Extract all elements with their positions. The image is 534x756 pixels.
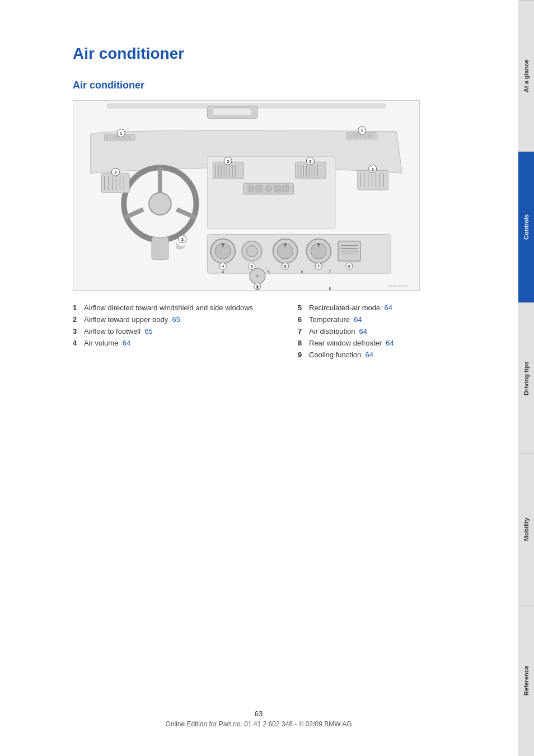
list-text: Airflow toward upper body 65 (84, 315, 180, 324)
list-link[interactable]: 64 (386, 339, 394, 347)
list-link[interactable]: 65 (172, 315, 180, 324)
svg-text:3: 3 (181, 237, 184, 242)
list-text: Airflow directed toward windshield and s… (84, 304, 253, 312)
list-text: Air volume 64 (84, 339, 130, 347)
tab-reference[interactable]: Reference (518, 605, 534, 756)
footer-text: Online Edition for Part no. 01 41 2 602 … (0, 720, 517, 728)
tab-at-a-glance[interactable]: At a glance (518, 0, 534, 151)
svg-text:❄: ❄ (255, 273, 260, 279)
svg-text:2: 2 (309, 159, 312, 164)
dashboard-diagram: 1 1 (73, 100, 420, 291)
list-item: 9 Cooling function 64 (298, 349, 500, 361)
svg-text:9: 9 (256, 286, 259, 290)
list-number: 4 (73, 339, 81, 347)
list-item: 6 Temperature 64 (298, 314, 500, 325)
list-text: Recirculated-air mode 64 (309, 304, 392, 312)
list-item: 8 Rear window defroster 64 (298, 337, 500, 349)
page-title: Air conditioner (73, 45, 500, 63)
list-number: 7 (298, 327, 306, 335)
svg-text:4: 4 (222, 264, 224, 268)
list-text: Air distribution 64 (309, 327, 367, 335)
svg-text:5: 5 (268, 269, 270, 274)
svg-point-95 (246, 245, 257, 256)
list-item: 4 Air volume 64 (73, 337, 275, 349)
list-column-right: 5 Recirculated-air mode 64 6 Temperature… (298, 302, 500, 361)
page-number: 63 (0, 710, 517, 718)
list-link[interactable]: 64 (123, 339, 130, 347)
svg-text:2: 2 (114, 170, 117, 175)
sidebar-tabs: At a glance Controls Driving tips Mobili… (518, 0, 534, 756)
list-number: 5 (298, 304, 306, 312)
list-number: 2 (73, 315, 81, 324)
list-link[interactable]: 64 (354, 315, 362, 324)
tab-driving-tips[interactable]: Driving tips (518, 302, 534, 454)
svg-text:6: 6 (301, 269, 303, 274)
svg-point-79 (265, 185, 272, 192)
svg-text:1: 1 (120, 131, 123, 136)
svg-point-107 (317, 243, 320, 245)
svg-rect-33 (152, 237, 168, 260)
svg-text:8: 8 (348, 264, 350, 268)
list-item: 5 Recirculated-air mode 64 (298, 302, 500, 314)
list-link[interactable]: 64 (365, 351, 373, 359)
svg-text:2: 2 (227, 159, 229, 164)
list-text: Airflow to footwell 65 (84, 327, 153, 335)
svg-point-101 (284, 243, 287, 245)
page-container: Air conditioner Air conditioner (0, 0, 534, 756)
list-item: 3 Airflow to footwell 65 (73, 325, 275, 337)
svg-text:5: 5 (251, 264, 253, 268)
svg-text:2: 2 (371, 167, 374, 172)
list-item: 7 Air distribution 64 (298, 325, 500, 337)
list-number: 6 (298, 315, 306, 324)
list-item: 2 Airflow toward upper body 65 (73, 314, 275, 325)
svg-point-90 (222, 243, 224, 245)
svg-text:1: 1 (361, 128, 364, 133)
tab-mobility[interactable]: Mobility (518, 454, 534, 605)
main-content: Air conditioner Air conditioner (0, 0, 534, 756)
svg-text:7: 7 (317, 264, 320, 268)
tab-controls[interactable]: Controls (518, 151, 534, 302)
list-text: Rear window defroster 64 (309, 339, 394, 347)
list-text: Cooling function 64 (309, 351, 373, 359)
list-item: 1 Airflow directed toward windshield and… (73, 302, 275, 314)
svg-rect-78 (256, 185, 263, 192)
list-number: 3 (73, 327, 81, 335)
list-number: 1 (73, 304, 81, 312)
svg-text:6: 6 (284, 264, 287, 268)
list-link[interactable]: 64 (359, 327, 367, 335)
svg-text:4: 4 (222, 269, 224, 274)
page-footer: 63 Online Edition for Part no. 01 41 2 6… (0, 710, 517, 728)
list-text: Temperature 64 (309, 315, 362, 324)
svg-text:7: 7 (329, 269, 331, 274)
list-number: 9 (298, 351, 306, 359)
svg-text:VCZ41053JA: VCZ41053JA (388, 284, 407, 288)
svg-rect-3 (213, 108, 252, 116)
section-title: Air conditioner (73, 80, 500, 91)
list-column-left: 1 Airflow directed toward windshield and… (73, 302, 275, 361)
list-number: 8 (298, 339, 306, 347)
svg-rect-81 (283, 185, 289, 192)
svg-text:8: 8 (329, 286, 331, 290)
list-link[interactable]: 65 (144, 327, 152, 335)
svg-rect-80 (274, 185, 281, 192)
list-link[interactable]: 64 (384, 304, 392, 312)
svg-point-77 (247, 185, 254, 192)
feature-list: 1 Airflow directed toward windshield and… (73, 302, 500, 361)
svg-point-29 (149, 193, 171, 215)
